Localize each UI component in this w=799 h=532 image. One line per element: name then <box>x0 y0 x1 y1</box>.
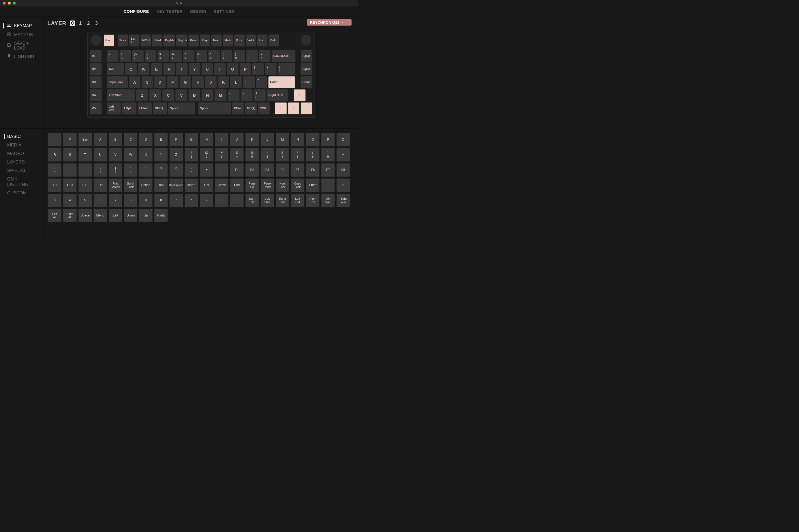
keymap-key[interactable]: LOpt <box>122 102 137 114</box>
keymap-key[interactable]: PgDn <box>300 63 312 75</box>
keymap-key[interactable]: Enter <box>268 76 296 89</box>
palette-key[interactable]: F10 <box>63 178 77 192</box>
sidebar-item-lighting[interactable]: LIGHTING <box>0 52 43 61</box>
palette-key[interactable]: 4 <box>63 194 77 207</box>
keymap-key[interactable]: (9 <box>221 50 233 62</box>
tab-settings[interactable]: SETTINGS <box>214 9 235 14</box>
palette-key[interactable]: S <box>63 148 77 162</box>
palette-key[interactable]: 5 <box>78 194 92 207</box>
palette-key[interactable]: L <box>261 133 274 147</box>
keymap-key[interactable]: MO(1) <box>245 102 257 114</box>
palette-key[interactable]: Up <box>139 209 153 222</box>
palette-key[interactable]: . <box>230 194 244 207</box>
palette-key[interactable]: 0 <box>154 194 168 207</box>
palette-key[interactable]: ^6 <box>261 148 274 162</box>
keymap-key[interactable]: PgUp <box>301 50 313 62</box>
palette-key[interactable]: Down <box>124 209 137 222</box>
palette-key[interactable]: PageDown <box>261 178 274 192</box>
palette-key[interactable]: - <box>200 194 213 207</box>
palette-key[interactable]: + <box>215 194 229 207</box>
tab-key-tester[interactable]: KEY TESTER <box>156 9 183 14</box>
palette-key[interactable]: O <box>306 133 320 147</box>
palette-key[interactable]: |\ <box>109 163 122 177</box>
keymap-key[interactable]: M4 <box>90 89 102 101</box>
palette-key[interactable]: 8 <box>124 194 137 207</box>
keymap-key[interactable]: ← <box>275 102 287 114</box>
keymap-key[interactable]: #3 <box>145 50 157 62</box>
keymap-key[interactable]: <, <box>227 89 240 101</box>
keymap-key[interactable]: )0 <box>233 50 245 62</box>
palette-key[interactable]: Right <box>154 209 168 222</box>
keymap-key[interactable]: C <box>162 89 174 101</box>
palette-key[interactable]: R <box>48 148 61 162</box>
keymap-key[interactable]: ↑ <box>293 89 306 101</box>
keymap-key[interactable]: Home <box>300 76 312 89</box>
palette-key[interactable]: (9 <box>306 148 320 162</box>
keymap-key[interactable]: Esc <box>103 34 114 46</box>
keymap-key[interactable]: Z <box>136 89 148 101</box>
palette-key[interactable]: F6 <box>306 163 320 177</box>
palette-key[interactable]: _- <box>336 148 350 162</box>
palette-key[interactable]: *8 <box>291 148 304 162</box>
palette-key[interactable]: F3 <box>261 163 274 177</box>
keymap-key[interactable]: !1 <box>119 50 131 62</box>
category-custom[interactable]: CUSTOM <box>0 189 43 197</box>
layer-button-3[interactable]: 3 <box>94 20 99 26</box>
palette-key[interactable]: F7 <box>321 163 335 177</box>
palette-key[interactable]: X <box>139 148 153 162</box>
keymap-key[interactable]: Left Ctrl <box>107 102 121 114</box>
palette-key[interactable]: P <box>321 133 335 147</box>
keymap-key[interactable]: L <box>230 76 242 89</box>
palette-key[interactable]: Backspace <box>169 178 183 192</box>
keymap-key[interactable]: "' <box>256 76 268 89</box>
palette-key[interactable]: / <box>169 194 183 207</box>
palette-key[interactable]: E <box>154 133 168 147</box>
layer-button-2[interactable]: 2 <box>86 20 91 26</box>
sidebar-item-macros[interactable]: MACROS <box>0 30 43 39</box>
palette-key[interactable]: ▽ <box>63 133 77 147</box>
keymap-key[interactable]: *8 <box>208 50 220 62</box>
palette-key[interactable]: B <box>109 133 122 147</box>
palette-key[interactable]: Pause <box>139 178 153 192</box>
keymap-key[interactable]: ?/ <box>253 89 266 101</box>
keymap-key[interactable]: += <box>259 50 271 62</box>
keymap-key[interactable]: → <box>300 102 312 114</box>
palette-key[interactable]: 2 <box>336 178 350 192</box>
palette-key[interactable]: :; <box>124 163 137 177</box>
keymap-key[interactable]: X <box>149 89 161 101</box>
keymap-key[interactable]: S <box>141 76 153 89</box>
palette-key[interactable]: LeftWin <box>321 194 335 207</box>
keymap-key[interactable]: V <box>175 89 188 101</box>
palette-key[interactable]: NumLock <box>275 178 289 192</box>
palette-key[interactable]: N <box>291 133 304 147</box>
keymap-key[interactable]: $4 <box>157 50 169 62</box>
keymap-key[interactable]: Caps Lock <box>107 76 128 89</box>
keymap-key[interactable]: A <box>129 76 140 89</box>
palette-key[interactable]: @2 <box>200 148 213 162</box>
palette-key[interactable]: * <box>185 194 198 207</box>
keymap-key[interactable]: Y <box>189 63 201 75</box>
keymap-key[interactable]: RCtl <box>258 102 270 114</box>
keymap-key[interactable]: }] <box>265 63 277 75</box>
palette-key[interactable]: %5 <box>245 148 259 162</box>
palette-key[interactable]: ?/ <box>185 163 198 177</box>
palette-key[interactable]: {[ <box>78 163 92 177</box>
keymap-key[interactable]: I <box>214 63 226 75</box>
keymap-key[interactable]: R <box>163 63 175 75</box>
keymap-key[interactable]: Del <box>268 34 279 46</box>
keymap-key[interactable]: N <box>201 89 214 101</box>
keymap-key[interactable]: F <box>167 76 179 89</box>
palette-key[interactable]: T <box>78 148 92 162</box>
keymap-key[interactable]: LPad <box>152 34 163 46</box>
palette-key[interactable]: H <box>200 133 213 147</box>
keymap-key[interactable]: Tab <box>107 63 125 75</box>
keymap-key[interactable]: Brght+ <box>176 34 188 46</box>
keymap-key[interactable]: Ins <box>257 34 268 46</box>
palette-key[interactable]: Tab <box>154 178 168 192</box>
keymap-key[interactable]: T <box>176 63 188 75</box>
palette-key[interactable]: <, <box>154 163 168 177</box>
keymap-key[interactable]: M5 <box>90 102 102 114</box>
palette-key[interactable]: W <box>124 148 137 162</box>
palette-key[interactable]: C <box>124 133 137 147</box>
keymap-key[interactable]: ^6 <box>183 50 195 62</box>
